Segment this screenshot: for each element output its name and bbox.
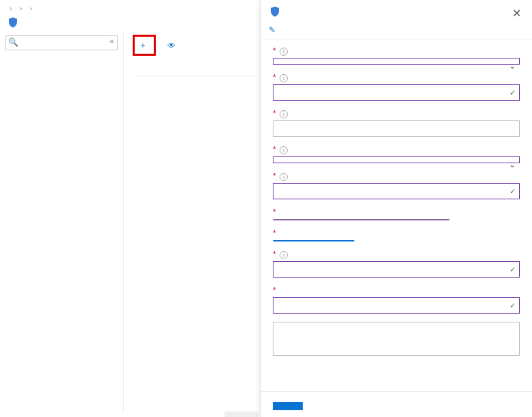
eye-off-icon: 👁: [167, 41, 176, 50]
action-group: [273, 240, 354, 241]
destination-select[interactable]: [273, 156, 520, 163]
close-icon[interactable]: ✕: [510, 5, 524, 21]
protocol-group: [273, 219, 450, 220]
source-port-input[interactable]: [273, 120, 520, 137]
dest-port-input[interactable]: [273, 183, 520, 199]
add-button[interactable]: ＋: [133, 35, 155, 55]
add-rule-blade: ✕ ✎ * i ⌄ * i ✓ * i: [260, 0, 532, 417]
plus-icon: ＋: [139, 39, 147, 51]
resize-handle[interactable]: [225, 412, 259, 417]
info-icon[interactable]: i: [280, 110, 288, 118]
name-input[interactable]: [273, 297, 520, 314]
check-icon: ✓: [510, 187, 516, 196]
search-input[interactable]: [5, 35, 118, 50]
check-icon: ✓: [510, 265, 516, 274]
pencil-icon: ✎: [269, 25, 276, 35]
submit-add-button[interactable]: [273, 402, 303, 410]
info-icon[interactable]: i: [280, 74, 288, 82]
nsg-icon: [7, 16, 19, 29]
default-rules-button[interactable]: 👁: [162, 35, 184, 55]
description-textarea[interactable]: [273, 322, 520, 356]
info-icon[interactable]: i: [280, 48, 288, 56]
info-icon[interactable]: i: [280, 173, 288, 181]
source-select[interactable]: [273, 58, 520, 65]
collapse-chevron-icon[interactable]: «: [110, 37, 114, 45]
check-icon: ✓: [510, 301, 516, 310]
basic-tab[interactable]: ✎: [269, 25, 278, 35]
priority-input[interactable]: [273, 261, 520, 278]
sidebar: 🔍 «: [0, 31, 124, 413]
source-ip-input[interactable]: [273, 84, 520, 101]
info-icon[interactable]: i: [280, 251, 288, 259]
shield-icon: [269, 5, 281, 18]
search-icon: 🔍: [8, 37, 18, 47]
info-icon[interactable]: i: [280, 146, 288, 154]
check-icon: ✓: [510, 88, 516, 97]
